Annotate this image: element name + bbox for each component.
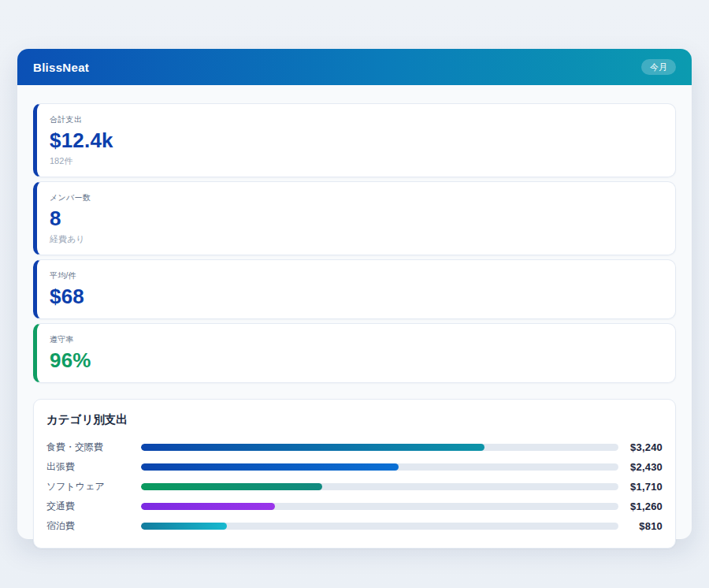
period-badge[interactable]: 今月 — [641, 59, 676, 75]
stat-value: 8 — [50, 207, 663, 231]
category-row: 交通費$1,260 — [46, 497, 663, 516]
stat-sub: 経費あり — [50, 233, 663, 245]
category-label: 交通費 — [46, 500, 141, 513]
category-bar-track — [141, 483, 618, 490]
category-bar-fill — [141, 503, 275, 510]
stat-card: 遵守率96% — [33, 323, 676, 383]
category-row: 食費・交際費$3,240 — [46, 437, 663, 457]
category-rows: 食費・交際費$3,240出張費$2,430ソフトウェア$1,710交通費$1,2… — [46, 437, 663, 536]
category-card-title: カテゴリ別支出 — [46, 412, 663, 427]
category-row: 宿泊費$810 — [46, 516, 663, 536]
stat-value: 96% — [50, 349, 663, 373]
stat-label: 遵守率 — [50, 334, 663, 345]
stat-label: 平均/件 — [50, 270, 663, 281]
stat-label: メンバー数 — [50, 192, 663, 203]
category-bar-track — [141, 503, 618, 510]
app-title: BlissNeat — [33, 61, 89, 74]
category-amount: $810 — [618, 520, 663, 532]
category-amount: $2,430 — [618, 461, 663, 473]
category-label: ソフトウェア — [46, 480, 141, 493]
category-bar-track — [141, 444, 618, 451]
stat-label: 合計支出 — [50, 114, 663, 125]
category-bar-fill — [141, 463, 399, 471]
dashboard-content: 合計支出$12.4k182件メンバー数8経費あり平均/件$68遵守率96% カテ… — [17, 85, 692, 549]
category-bar-fill — [141, 523, 227, 530]
category-amount: $3,240 — [618, 441, 663, 453]
stat-value: $12.4k — [50, 129, 663, 153]
stat-sub: 182件 — [50, 155, 663, 167]
dashboard-panel: BlissNeat 今月 合計支出$12.4k182件メンバー数8経費あり平均/… — [17, 49, 692, 539]
category-row: 出張費$2,430 — [46, 457, 663, 477]
category-bar-fill — [141, 444, 484, 451]
category-breakdown-card: カテゴリ別支出 食費・交際費$3,240出張費$2,430ソフトウェア$1,71… — [33, 399, 676, 549]
category-bar-track — [141, 523, 618, 530]
stat-card: メンバー数8経費あり — [33, 181, 676, 255]
category-row: ソフトウェア$1,710 — [46, 477, 663, 497]
category-amount: $1,260 — [618, 501, 663, 512]
stats-list: 合計支出$12.4k182件メンバー数8経費あり平均/件$68遵守率96% — [33, 103, 676, 383]
category-label: 食費・交際費 — [46, 441, 141, 454]
category-label: 宿泊費 — [46, 519, 141, 533]
stat-value: $68 — [50, 285, 663, 309]
stat-card: 平均/件$68 — [33, 259, 676, 319]
category-amount: $1,710 — [618, 481, 663, 493]
category-label: 出張費 — [46, 460, 141, 474]
stat-card: 合計支出$12.4k182件 — [33, 103, 676, 177]
category-bar-fill — [141, 483, 322, 490]
category-bar-track — [141, 463, 618, 471]
app-header: BlissNeat 今月 — [17, 49, 692, 85]
